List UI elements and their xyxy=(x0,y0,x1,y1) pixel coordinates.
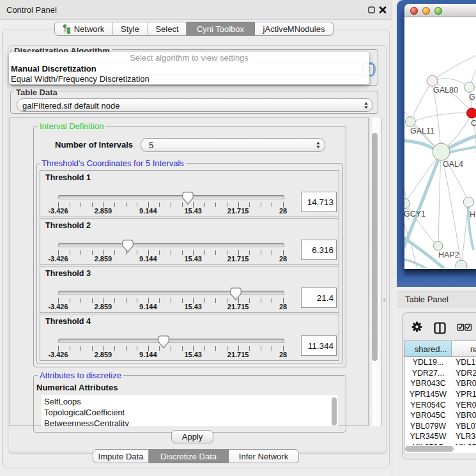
table-row[interactable]: YBL079WYBL079W xyxy=(404,421,476,432)
table-row[interactable]: YLR345WYLR345W xyxy=(404,431,476,442)
network-canvas[interactable]: GAL80GCGAL11GAL4GCY1HHAP2 xyxy=(404,17,476,268)
table-row[interactable]: YDL19...YDL194W xyxy=(404,357,476,368)
slider-track[interactable] xyxy=(58,243,284,247)
network-node-gcy1[interactable] xyxy=(404,199,410,209)
network-node-gal80[interactable] xyxy=(427,75,438,86)
slider-track[interactable] xyxy=(58,339,284,343)
cell-shared-name: YBR043C xyxy=(404,378,452,389)
tab-jactivemnodules[interactable]: jActiveMNodules xyxy=(255,22,334,36)
slider-track[interactable] xyxy=(58,291,284,295)
threshold-value-field[interactable]: 21.4 xyxy=(301,288,337,308)
network-edge[interactable] xyxy=(461,203,468,265)
close-panel-icon[interactable] xyxy=(379,6,387,13)
gear-icon[interactable] xyxy=(411,321,422,332)
network-node-gal4[interactable] xyxy=(433,143,450,160)
attribute-list-item[interactable]: SelfLoops xyxy=(44,396,81,407)
algorithm-dropdown-popup: Select algorithm to view settings Manual… xyxy=(9,52,369,84)
tick-label: -3.426 xyxy=(48,351,68,358)
slider-thumb[interactable] xyxy=(182,192,194,205)
tick-label: 9.144 xyxy=(139,351,157,358)
cell-shared-name: YPR145W xyxy=(404,389,452,400)
tick-mark xyxy=(70,298,70,303)
tick-label: 28 xyxy=(279,303,287,311)
tick-mark xyxy=(137,203,137,207)
network-edge[interactable] xyxy=(411,81,432,121)
popup-placeholder-item[interactable]: Select algorithm to view settings xyxy=(9,52,369,63)
float-window-icon[interactable] xyxy=(368,6,375,13)
tab-discretize-data[interactable]: Discretize Data xyxy=(149,449,229,463)
network-node-hap2[interactable] xyxy=(434,242,443,250)
slider-thumb[interactable] xyxy=(122,240,134,253)
slider-thumb[interactable] xyxy=(158,335,169,349)
vertical-scrollbar-thumb[interactable] xyxy=(372,133,378,361)
minimize-window-icon[interactable] xyxy=(422,7,430,15)
tab-impute-data[interactable]: Impute Data xyxy=(93,449,149,463)
splitter-collapse-icon[interactable] xyxy=(382,298,387,303)
tick-mark xyxy=(204,346,205,351)
network-window-titlebar[interactable] xyxy=(404,4,476,17)
tab-infer-network[interactable]: Infer Network xyxy=(229,449,299,463)
table-row[interactable]: YBR045CYBR045C xyxy=(404,410,476,421)
network-node-label: GAL80 xyxy=(433,86,458,95)
network-node-label: HAP2 xyxy=(438,250,459,259)
column-header-name[interactable]: name xyxy=(452,341,476,357)
tick-mark xyxy=(126,203,127,207)
checkbox-icons[interactable] xyxy=(457,323,472,332)
tick-label: 15.43 xyxy=(184,351,202,358)
apply-button[interactable]: Apply xyxy=(171,430,213,443)
tick-mark xyxy=(159,298,160,303)
tick-mark xyxy=(261,203,261,207)
cell-shared-name: YDL19... xyxy=(404,357,452,368)
popup-item-equal-width[interactable]: Equal Width/Frequency Discretization xyxy=(11,73,371,84)
combo-arrows-icon xyxy=(316,142,320,149)
tick-label: 2.859 xyxy=(95,207,112,215)
zoom-window-icon[interactable] xyxy=(434,7,442,15)
network-node-c[interactable] xyxy=(467,108,476,118)
split-table-icon[interactable] xyxy=(434,322,447,335)
column-header-shared-name[interactable]: shared... xyxy=(404,341,452,357)
network-edge[interactable] xyxy=(438,153,441,245)
tick-mark xyxy=(81,346,81,351)
threshold-label: Threshold 3 xyxy=(45,269,91,278)
network-icon xyxy=(63,24,71,34)
threshold-value-field[interactable]: 14.713 xyxy=(301,192,337,212)
attributes-list-scrollbar-thumb[interactable] xyxy=(332,397,337,426)
table-row[interactable]: YBR043CYBR043C xyxy=(404,378,476,389)
network-window-shadow xyxy=(404,269,476,278)
tick-label: -3.426 xyxy=(48,207,68,215)
attribute-list-item[interactable]: TopologicalCoefficient xyxy=(44,407,125,418)
number-of-intervals-combobox[interactable]: 5 xyxy=(141,138,325,152)
threshold-value-field[interactable]: 11.344 xyxy=(301,335,337,356)
tab-network[interactable]: Network xyxy=(54,22,112,36)
tick-mark xyxy=(272,346,272,351)
network-node-gal11[interactable] xyxy=(405,117,415,127)
tick-mark xyxy=(204,250,205,255)
network-edge[interactable] xyxy=(441,153,461,265)
tick-mark xyxy=(137,298,137,303)
network-edge[interactable] xyxy=(411,113,472,122)
tick-mark xyxy=(81,203,81,207)
network-node-label: GAL11 xyxy=(410,127,434,135)
tick-mark xyxy=(81,298,81,303)
popup-item-manual-discretization[interactable]: Manual Discretization xyxy=(11,63,371,74)
table-row[interactable]: YDR27...YDR277C xyxy=(404,368,476,379)
slider-track[interactable] xyxy=(58,195,284,199)
table-data-combobox[interactable]: galFiltered.sif default node xyxy=(17,98,373,112)
network-node[interactable] xyxy=(456,260,467,268)
tab-cyni-toolbox[interactable]: Cyni Toolbox xyxy=(187,22,255,36)
threshold-value-field[interactable]: 6.316 xyxy=(301,240,337,260)
control-panel-title: Control Panel xyxy=(6,5,57,15)
close-window-icon[interactable] xyxy=(410,7,418,15)
tab-select[interactable]: Select xyxy=(148,22,187,36)
attribute-list-item[interactable]: BetweennessCentrality xyxy=(44,418,129,426)
table-row[interactable]: YER054CYER054C xyxy=(404,400,476,411)
network-node-g[interactable] xyxy=(464,82,475,93)
tick-label: 21.715 xyxy=(227,255,249,263)
table-hscrollbar-thumb[interactable] xyxy=(405,446,454,452)
network-edge[interactable] xyxy=(432,53,476,81)
network-node-h[interactable] xyxy=(463,197,473,207)
numerical-attributes-list[interactable]: SelfLoopsTopologicalCoefficientBetweenne… xyxy=(42,395,338,426)
table-row[interactable]: YPR145WYPR145W xyxy=(404,389,476,400)
slider-thumb[interactable] xyxy=(230,288,242,301)
tab-style[interactable]: Style xyxy=(112,22,148,36)
